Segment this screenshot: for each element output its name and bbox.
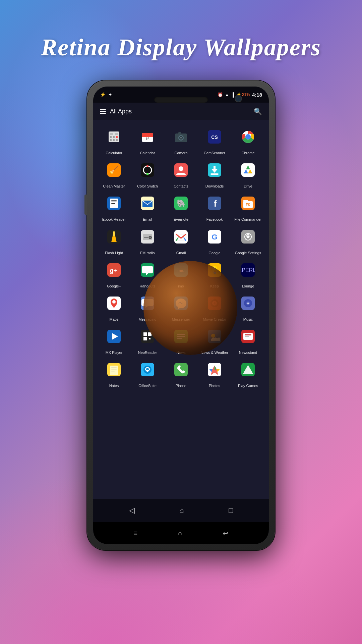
app-item-lounge[interactable]: XPERIALounge (232, 258, 264, 288)
app-icon-downloads (202, 158, 227, 182)
home-button[interactable]: ⌂ (177, 503, 186, 518)
app-label-camera: Camera (174, 151, 187, 155)
app-icon-camscanner: CS (202, 125, 227, 149)
app-label-file-commander: File Commander (234, 217, 261, 222)
app-item-google-settings[interactable]: GGoogle Settings (232, 225, 264, 255)
app-icon-chrome (236, 125, 260, 149)
back-button[interactable]: ◁ (126, 503, 137, 518)
app-item-google[interactable]: GGoogle (198, 225, 231, 255)
app-item-facebook[interactable]: fFacebook (198, 191, 231, 222)
app-label-drive: Drive (244, 184, 252, 189)
app-item-contacts[interactable]: Contacts (165, 158, 197, 189)
svg-point-73 (247, 235, 249, 238)
svg-rect-1 (110, 133, 113, 135)
app-item-calendar[interactable]: 15Calendar (131, 125, 164, 155)
app-icon-music (236, 291, 260, 315)
app-icon-flash-light (102, 225, 126, 249)
app-item-photos[interactable]: Photos (198, 358, 231, 388)
app-icon-file-commander: FK (236, 191, 260, 215)
app-item-mx-player[interactable]: MX Player (98, 324, 130, 355)
app-item-gmail[interactable]: Gmail (165, 225, 197, 255)
app-item-play-games[interactable]: Play Games (232, 358, 264, 388)
app-item-camscanner[interactable]: CSCamScanner (198, 125, 231, 155)
app-label-color-switch: Color Switch (137, 184, 158, 189)
app-item-clean-master[interactable]: 🧹Clean Master (98, 158, 130, 189)
hamburger-menu-icon[interactable] (100, 109, 106, 114)
apps-scroll-area: Calculator15CalendarCameraCSCamScannerCh… (93, 120, 269, 499)
app-icon-phone (169, 358, 193, 382)
app-label-google: Google (208, 251, 220, 255)
usb-icon: ⚡ (100, 92, 106, 97)
app-label-downloads: Downloads (205, 184, 224, 189)
app-item-officesuite[interactable]: OfficeSuite (131, 358, 164, 388)
app-item-flash-light[interactable]: Flash Light (98, 225, 130, 255)
app-icon-facebook: f (202, 191, 227, 215)
app-item-calculator[interactable]: Calculator (98, 125, 130, 155)
app-item-fm-radio[interactable]: FM radio (131, 225, 164, 255)
app-item-notes[interactable]: Notes (98, 358, 130, 388)
phone-wrapper: ⚡ ✦ ⏰ ▲ ▐ ⚡ 21% 4:18 (87, 80, 275, 550)
app-icon-clean-master: 🧹 (102, 158, 126, 182)
app-item-drive[interactable]: Drive (232, 158, 264, 189)
app-item-maps[interactable]: Maps (98, 291, 130, 322)
app-label-phone: Phone (176, 384, 186, 388)
app-label-lounge: Lounge (242, 284, 254, 288)
apps-area: Calculator15CalendarCameraCSCamScannerCh… (93, 120, 269, 393)
app-label-flash-light: Flash Light (105, 251, 123, 255)
system-back-button[interactable]: ↩ (223, 529, 228, 537)
app-item-google+[interactable]: g+Google+ (98, 258, 130, 288)
app-icon-camera (169, 125, 193, 149)
svg-point-28 (146, 173, 148, 175)
app-label-ebook-reader: Ebook Reader (102, 217, 126, 222)
svg-text:FK: FK (246, 203, 250, 207)
app-label-play-games: Play Games (238, 384, 258, 388)
svg-rect-44 (111, 202, 117, 202)
app-label-facebook: Facebook (206, 217, 223, 222)
svg-point-16 (180, 137, 182, 139)
app-item-newsstand[interactable]: Newsstand (232, 324, 264, 355)
app-label-email: Email (143, 217, 152, 222)
svg-rect-11 (142, 136, 153, 137)
app-item-chrome[interactable]: Chrome (232, 125, 264, 155)
app-item-phone[interactable]: Phone (165, 358, 197, 388)
app-item-camera[interactable]: Camera (165, 125, 197, 155)
time-display: 4:18 (252, 92, 262, 98)
svg-text:g+: g+ (110, 267, 117, 274)
system-menu-button[interactable]: ≡ (134, 529, 138, 537)
svg-point-94 (247, 303, 249, 304)
app-icon-contacts (169, 158, 193, 182)
svg-text:f: f (214, 199, 217, 209)
svg-rect-43 (111, 200, 117, 201)
battery-percent: 21% (242, 92, 250, 97)
app-label-fm-radio: FM radio (140, 251, 155, 255)
search-icon[interactable]: 🔍 (254, 107, 262, 115)
system-home-button[interactable]: ⌂ (178, 529, 182, 537)
svg-rect-45 (111, 203, 115, 204)
svg-rect-63 (144, 237, 148, 238)
app-label-notes: Notes (109, 384, 119, 388)
app-label-clean-master: Clean Master (103, 184, 125, 189)
svg-rect-17 (178, 132, 181, 134)
app-label-google-settings: Google Settings (235, 251, 261, 255)
app-label-maps: Maps (110, 317, 119, 322)
app-icon-google-settings: G (236, 225, 260, 249)
recent-apps-button[interactable]: □ (226, 503, 236, 518)
app-item-ebook-reader[interactable]: Ebook Reader (98, 191, 130, 222)
app-item-color-switch[interactable]: Color Switch (131, 158, 164, 189)
app-label-contacts: Contacts (174, 184, 188, 189)
app-bar: All Apps 🔍 (93, 103, 269, 120)
app-item-email[interactable]: Email (131, 191, 164, 222)
app-item-downloads[interactable]: Downloads (198, 158, 231, 189)
app-label-gmail: Gmail (176, 251, 186, 255)
app-label-newsstand: Newsstand (239, 351, 257, 355)
svg-rect-111 (245, 334, 251, 335)
app-label-evernote: Evernote (174, 217, 188, 222)
app-icon-fm-radio (135, 225, 160, 249)
app-icon-newsstand (236, 324, 260, 348)
app-item-file-commander[interactable]: FKFile Commander (232, 191, 264, 222)
svg-rect-115 (111, 368, 117, 368)
navigation-bar: ◁ ⌂ □ (93, 499, 269, 522)
app-item-evernote[interactable]: 🐘Evernote (165, 191, 197, 222)
app-label-chrome: Chrome (241, 151, 254, 155)
app-icon-email (135, 191, 160, 215)
